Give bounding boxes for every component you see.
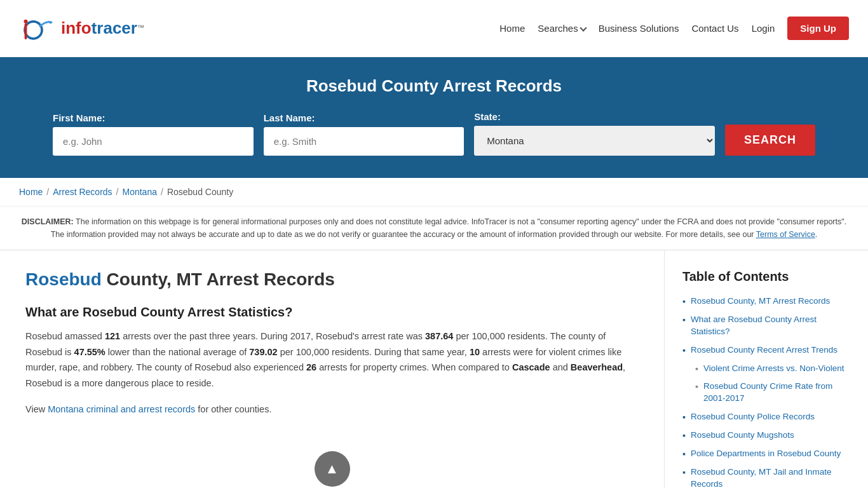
scroll-to-top-button[interactable]: ▲	[315, 451, 350, 487]
breadcrumb-rosebud-county: Rosebud County	[167, 187, 233, 197]
article-heading-highlight: Rosebud	[25, 269, 102, 289]
last-name-input[interactable]	[264, 127, 465, 156]
nav-home[interactable]: Home	[499, 23, 525, 34]
toc-item: Rosebud County Mugshots	[682, 430, 850, 442]
terms-of-service-link[interactable]: Terms of Service	[756, 230, 815, 239]
toc-link-1[interactable]: What are Rosebud County Arrest Statistic…	[691, 314, 850, 338]
logo-info: info	[61, 18, 92, 37]
disclaimer-period: .	[815, 230, 817, 239]
toc-item: Violent Crime Arrests vs. Non-Violent	[695, 363, 850, 375]
svg-point-0	[25, 21, 42, 38]
section1-heading: What are Rosebud County Arrest Statistic…	[25, 305, 639, 320]
toc-link-6[interactable]: Rosebud County Mugshots	[691, 430, 794, 442]
toc-link-5[interactable]: Rosebud County Police Records	[691, 411, 815, 423]
toc-item: Rosebud County Crime Rate from 2001-2017	[695, 381, 850, 405]
view-text: View	[25, 404, 48, 414]
toc-link-8[interactable]: Rosebud County, MT Jail and Inmate Recor…	[691, 466, 850, 488]
toc-item: Police Departments in Rosebud County	[682, 448, 850, 460]
nav-searches[interactable]: Searches	[538, 23, 585, 34]
county1: Cascade	[512, 362, 550, 372]
property-arrests: 26	[306, 362, 316, 372]
disclaimer-text: The information on this webpage is for g…	[51, 217, 847, 239]
first-name-group: First Name:	[53, 112, 254, 156]
page-title: Rosebud County Arrest Records	[32, 76, 836, 96]
toc-heading: Table of Contents	[682, 269, 850, 284]
toc-item: Rosebud County Recent Arrest Trends	[682, 344, 850, 356]
breadcrumb-sep2: /	[116, 187, 119, 197]
violent-arrests: 10	[470, 347, 480, 357]
state-select[interactable]: Montana Alabama Alaska Arizona Arkansas …	[474, 126, 715, 156]
state-label: State:	[474, 111, 715, 122]
toc-link-3[interactable]: Violent Crime Arrests vs. Non-Violent	[703, 363, 844, 375]
logo-tm: ™	[137, 24, 144, 31]
view-link-paragraph: View Montana criminal and arrest records…	[25, 402, 639, 417]
last-name-group: Last Name:	[264, 112, 465, 156]
nav-contact-us[interactable]: Contact Us	[691, 23, 738, 34]
montana-records-link[interactable]: Montana criminal and arrest records	[48, 404, 195, 414]
article-content: Rosebud County, MT Arrest Records What a…	[0, 250, 665, 488]
search-button[interactable]: SEARCH	[725, 125, 815, 156]
last-name-label: Last Name:	[264, 112, 465, 123]
breadcrumb-sep1: /	[46, 187, 49, 197]
view-text2: for other counties.	[195, 404, 271, 414]
arrest-rate: 387.64	[425, 331, 453, 341]
percent-lower: 47.55%	[74, 347, 105, 357]
county2: Beaverhead	[571, 362, 623, 372]
toc-link-2[interactable]: Rosebud County Recent Arrest Trends	[691, 344, 837, 356]
main-content: Rosebud County, MT Arrest Records What a…	[0, 250, 868, 488]
toc-item: What are Rosebud County Arrest Statistic…	[682, 314, 850, 338]
article-heading: Rosebud County, MT Arrest Records	[25, 269, 639, 290]
toc-link-0[interactable]: Rosebud County, MT Arrest Records	[691, 295, 830, 308]
toc-item: Rosebud County, MT Jail and Inmate Recor…	[682, 466, 850, 488]
breadcrumb-sep3: /	[161, 187, 163, 197]
table-of-contents: Table of Contents Rosebud County, MT Arr…	[665, 250, 868, 488]
first-name-label: First Name:	[53, 112, 254, 123]
toc-link-7[interactable]: Police Departments in Rosebud County	[691, 448, 841, 460]
state-group: State: Montana Alabama Alaska Arizona Ar…	[474, 111, 715, 156]
search-form: First Name: Last Name: State: Montana Al…	[53, 111, 815, 156]
section1-paragraph: Rosebud amassed 121 arrests over the pas…	[25, 329, 639, 391]
toc-link-4[interactable]: Rosebud County Crime Rate from 2001-2017	[703, 381, 850, 405]
site-header: infotracer™ Home Searches Business Solut…	[0, 0, 868, 57]
toc-item: Rosebud County, MT Arrest Records	[682, 295, 850, 308]
national-avg: 739.02	[249, 347, 277, 357]
toc-item: Rosebud County Police Records	[682, 411, 850, 423]
breadcrumb: Home / Arrest Records / Montana / Rosebu…	[0, 178, 868, 207]
svg-point-1	[24, 19, 28, 23]
article-heading-rest: County, MT Arrest Records	[102, 269, 335, 289]
logo-tracer: tracer	[92, 18, 137, 37]
arrests-count: 121	[105, 331, 120, 341]
breadcrumb-home[interactable]: Home	[19, 187, 43, 197]
main-nav: Home Searches Business Solutions Contact…	[499, 17, 849, 40]
breadcrumb-arrest-records[interactable]: Arrest Records	[53, 187, 112, 197]
searches-chevron-icon	[580, 24, 587, 31]
nav-signup[interactable]: Sign Up	[787, 17, 849, 40]
logo[interactable]: infotracer™	[19, 10, 144, 48]
hero-section: Rosebud County Arrest Records First Name…	[0, 57, 868, 178]
breadcrumb-montana[interactable]: Montana	[123, 187, 157, 197]
nav-login[interactable]: Login	[752, 23, 775, 34]
disclaimer-label: DISCLAIMER:	[22, 217, 74, 226]
disclaimer-bar: DISCLAIMER: The information on this webp…	[0, 207, 868, 250]
nav-business-solutions[interactable]: Business Solutions	[599, 23, 679, 34]
toc-list: Rosebud County, MT Arrest RecordsWhat ar…	[682, 295, 850, 488]
first-name-input[interactable]	[53, 127, 254, 156]
